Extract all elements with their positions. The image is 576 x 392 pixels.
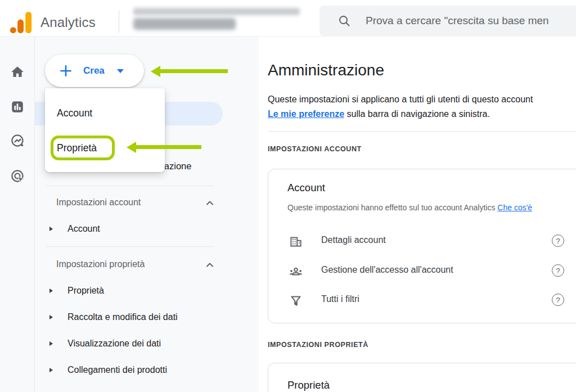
header-divider — [119, 10, 119, 33]
nav-divider — [46, 186, 214, 186]
analytics-logo-icon — [9, 11, 33, 34]
nav-item-visualizzazione-dei-dati[interactable]: Visualizzazione dei dati — [50, 339, 161, 349]
help-icon[interactable]: ? — [552, 294, 564, 306]
card-subtitle-text: Queste impostazioni hanno effetto sul tu… — [287, 203, 497, 212]
nav-section-label: Impostazioni account — [56, 197, 141, 208]
page-title: Amministrazione — [268, 61, 384, 79]
left-rail — [0, 37, 35, 392]
nav-item-raccolta-e-modifica-dei-dati[interactable]: Raccolta e modifica dei dati — [50, 312, 178, 322]
plus-icon — [58, 64, 73, 78]
reports-icon[interactable] — [10, 99, 25, 115]
nav-item-proprieta[interactable]: Proprietà — [50, 286, 104, 296]
my-preferences-link[interactable]: Le mie preferenze — [268, 109, 344, 119]
card-title: Account — [287, 182, 325, 194]
intro-line2: sulla barra di navigazione a sinistra. — [344, 109, 490, 119]
intro-line1: Queste impostazioni si applicano a tutti… — [268, 94, 533, 104]
account-settings-card: Account Queste impostazioni hanno effett… — [268, 169, 576, 323]
create-button-label: Crea — [83, 65, 105, 76]
search-bar[interactable] — [320, 6, 576, 36]
nav-item-label: Proprietà — [68, 286, 104, 296]
section-label-proprieta: IMPOSTAZIONI PROPRIETÀ — [268, 341, 368, 349]
nav-item-label: Account — [68, 224, 100, 234]
expand-triangle-icon — [50, 341, 53, 346]
help-icon[interactable]: ? — [552, 264, 564, 277]
card-subtitle: Queste impostazioni hanno effetto sul tu… — [287, 203, 532, 212]
advertising-icon[interactable] — [10, 168, 25, 184]
filter-icon — [289, 294, 303, 308]
row-label: Dettagli account — [321, 235, 386, 245]
annotation-highlight-box — [51, 136, 115, 160]
nav-item-label: Collegamenti dei prodotti — [68, 365, 167, 375]
nav-item-collegamenti-dei-prodotti[interactable]: Collegamenti dei prodotti — [50, 365, 167, 375]
what-is-account-link[interactable]: Che cos'è — [497, 203, 532, 212]
search-input[interactable] — [366, 15, 576, 27]
chevron-up-icon — [206, 200, 214, 205]
app-name: Analytics — [40, 15, 96, 30]
intro-text: Queste impostazioni si applicano a tutti… — [268, 92, 533, 121]
card-title: Proprietà — [287, 379, 330, 391]
explore-icon[interactable] — [10, 133, 25, 148]
help-glyph: ? — [556, 237, 560, 245]
nav-divider — [46, 246, 214, 247]
expand-triangle-icon — [50, 368, 53, 372]
expand-triangle-icon — [50, 315, 53, 319]
nav-section-impostazioni-account[interactable]: Impostazioni account — [56, 197, 214, 208]
row-tutti-i-filtri[interactable]: Tutti i filtri ? — [268, 289, 576, 312]
nav-section-impostazioni-proprieta[interactable]: Impostazioni proprietà — [56, 259, 214, 269]
chevron-up-icon — [206, 262, 214, 267]
redacted-account-breadcrumb — [133, 8, 300, 15]
groups-icon — [289, 264, 303, 279]
building-icon — [289, 235, 303, 249]
row-label: Gestione dell'accesso all'account — [321, 265, 453, 275]
expand-triangle-icon — [50, 227, 53, 231]
create-button[interactable]: Crea — [45, 55, 144, 87]
nav-item-label: Visualizzazione dei dati — [68, 339, 161, 349]
help-glyph: ? — [556, 267, 560, 275]
caret-down-icon — [117, 69, 124, 73]
row-dettagli-account[interactable]: Dettagli account ? — [268, 230, 576, 253]
section-label-account: IMPOSTAZIONI ACCOUNT — [268, 145, 362, 153]
menu-item-account[interactable]: Account — [57, 107, 92, 119]
main-content: Amministrazione Queste impostazioni si a… — [259, 37, 576, 392]
home-icon[interactable] — [10, 64, 25, 80]
nav-item-account[interactable]: Account — [50, 224, 100, 234]
nav-item-label: Raccolta e modifica dei dati — [68, 312, 178, 322]
row-label: Tutti i filtri — [321, 294, 359, 304]
content-divider — [268, 131, 576, 132]
analytics-logo[interactable]: Analytics — [9, 11, 96, 34]
top-header: Analytics — [0, 0, 576, 37]
search-icon — [338, 14, 351, 28]
row-gestione-accesso[interactable]: Gestione dell'accesso all'account ? — [268, 260, 576, 282]
nav-section-label: Impostazioni proprietà — [56, 259, 145, 269]
help-glyph: ? — [556, 296, 560, 304]
property-settings-card: Proprietà — [268, 363, 576, 392]
redacted-account-name[interactable] — [133, 18, 236, 30]
expand-triangle-icon — [50, 289, 53, 293]
help-icon[interactable]: ? — [552, 235, 564, 247]
